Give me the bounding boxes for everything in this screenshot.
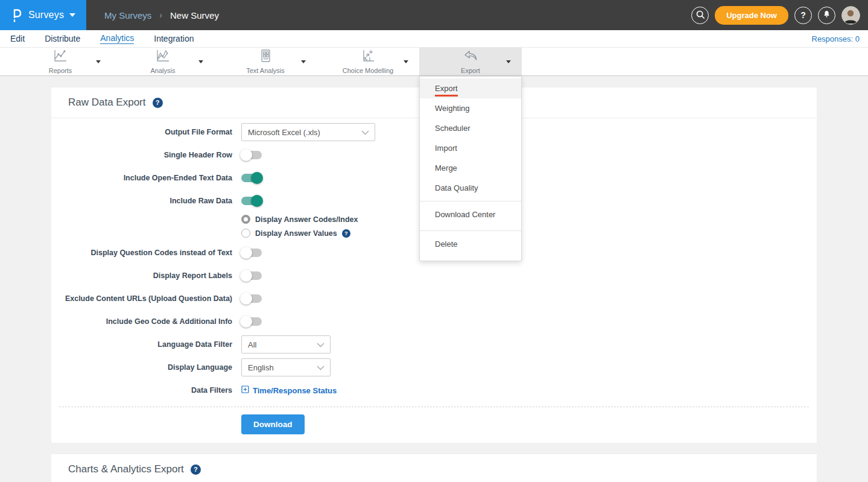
select-value: English — [248, 363, 274, 372]
breadcrumb-separator: › — [159, 10, 162, 20]
toggle-knob — [251, 172, 263, 184]
field-label: Display Question Codes instead of Text — [51, 249, 241, 257]
field-label: Include Raw Data — [51, 197, 241, 205]
data-filters-row: Data Filters Time/Response Status — [51, 381, 817, 399]
select-value: Microsoft Excel (.xls) — [248, 128, 320, 137]
tab-distribute[interactable]: Distribute — [45, 34, 80, 43]
geo-code-toggle[interactable] — [241, 317, 262, 326]
breadcrumb-my-surveys[interactable]: My Surveys — [104, 10, 151, 21]
tab-integration[interactable]: Integration — [154, 34, 194, 43]
radio-unselected-icon[interactable] — [241, 229, 250, 238]
report-labels-toggle[interactable] — [241, 271, 262, 280]
toggle-knob — [240, 270, 252, 282]
toolbar-item-choice-modelling[interactable]: Choice Modelling — [317, 48, 419, 75]
toolbar-label: Choice Modelling — [343, 67, 393, 74]
open-ended-toggle[interactable] — [241, 174, 262, 182]
questionpro-logo-icon — [11, 8, 23, 22]
chevron-down-icon — [317, 340, 325, 349]
chevron-down-icon — [69, 13, 75, 17]
export-arrow-icon — [462, 49, 479, 66]
exclude-urls-row: Exclude Content URLs (Upload Question Da… — [51, 290, 817, 308]
plus-square-icon — [241, 385, 249, 395]
field-label: Display Report Labels — [51, 271, 241, 280]
product-switcher[interactable]: Surveys — [0, 0, 86, 30]
help-button[interactable]: ? — [794, 7, 812, 24]
menu-item-weighting[interactable]: Weighting — [420, 98, 521, 118]
language-filter-select[interactable]: All — [241, 335, 331, 354]
document-grid-icon — [258, 49, 273, 66]
toolbar-label: Text Analysis — [246, 67, 285, 74]
question-codes-toggle[interactable] — [241, 249, 262, 257]
menu-item-download-center[interactable]: Download Center — [420, 201, 521, 227]
field-label: Include Open-Ended Text Data — [51, 174, 241, 182]
raw-data-toggle[interactable] — [241, 197, 262, 205]
chevron-down-icon[interactable] — [301, 60, 306, 63]
charts-analytics-export-header: Charts & Analytics Export ? — [51, 454, 817, 482]
answer-values-option[interactable]: Display Answer Values ? — [241, 229, 817, 238]
menu-item-data-quality[interactable]: Data Quality — [420, 178, 521, 198]
analytics-toolbar: Reports Analysis Text Analysis — [0, 47, 868, 76]
toggle-knob — [240, 247, 252, 259]
menu-item-scheduler[interactable]: Scheduler — [420, 118, 521, 138]
field-label: Single Header Row — [51, 151, 241, 159]
toolbar-label: Reports — [49, 67, 72, 74]
menu-item-merge[interactable]: Merge — [420, 158, 521, 178]
toggle-knob — [251, 195, 263, 207]
display-language-select[interactable]: English — [241, 358, 331, 376]
help-icon[interactable]: ? — [191, 465, 201, 475]
toolbar-item-analysis[interactable]: Analysis — [112, 48, 214, 75]
menu-item-delete[interactable]: Delete — [420, 230, 521, 257]
toolbar-item-reports[interactable]: Reports — [9, 48, 112, 75]
single-header-toggle[interactable] — [241, 151, 262, 159]
field-label: Display Language — [51, 363, 241, 372]
time-response-status-link[interactable]: Time/Response Status — [241, 385, 337, 395]
toolbar-label: Analysis — [151, 67, 176, 74]
section-title: Charts & Analytics Export — [68, 463, 184, 475]
chevron-down-icon — [361, 128, 369, 137]
upgrade-now-button[interactable]: Upgrade Now — [715, 6, 788, 25]
geo-code-row: Include Geo Code & Additional Info — [51, 312, 817, 331]
display-language-row: Display Language English — [51, 358, 817, 376]
field-label: Output File Format — [51, 128, 241, 136]
export-dropdown-menu: Export Weighting Scheduler Import Merge … — [419, 76, 522, 261]
tab-analytics[interactable]: Analytics — [100, 33, 134, 44]
toggle-knob — [240, 293, 252, 305]
answer-codes-option[interactable]: Display Answer Codes/Index — [241, 215, 817, 224]
breadcrumb: My Surveys › New Survey — [104, 10, 219, 21]
chevron-down-icon[interactable] — [198, 60, 203, 63]
user-avatar[interactable] — [841, 6, 860, 25]
topbar-actions: Upgrade Now ? — [691, 6, 868, 25]
chevron-down-icon[interactable] — [506, 60, 511, 63]
help-icon[interactable]: ? — [153, 98, 163, 108]
toggle-knob — [240, 316, 252, 328]
page-title: Raw Data Export — [68, 97, 146, 109]
tab-edit[interactable]: Edit — [10, 34, 25, 43]
charts-analytics-export-card: Charts & Analytics Export ? — [51, 454, 817, 482]
field-label: Include Geo Code & Additional Info — [51, 317, 241, 326]
chevron-down-icon[interactable] — [404, 60, 408, 63]
toggle-knob — [240, 149, 252, 161]
answer-display-radio-group: Display Answer Codes/Index Display Answe… — [241, 215, 817, 238]
help-icon[interactable]: ? — [342, 229, 350, 238]
radio-selected-icon[interactable] — [241, 215, 250, 224]
toolbar-item-export[interactable]: Export — [419, 48, 522, 75]
menu-item-export[interactable]: Export — [420, 78, 521, 98]
field-label: Language Data Filter — [51, 340, 241, 349]
search-button[interactable] — [691, 7, 709, 24]
chevron-down-icon — [317, 363, 325, 372]
top-bar: Surveys My Surveys › New Survey Upgrade … — [0, 0, 868, 30]
notifications-button[interactable] — [818, 7, 835, 24]
chevron-down-icon[interactable] — [96, 60, 101, 63]
report-labels-row: Display Report Labels — [51, 267, 817, 285]
toolbar-item-text-analysis[interactable]: Text Analysis — [214, 48, 317, 75]
menu-item-import[interactable]: Import — [420, 138, 521, 158]
download-button[interactable]: Download — [241, 414, 305, 434]
download-row: Download — [51, 407, 817, 443]
language-filter-row: Language Data Filter All — [51, 335, 817, 354]
output-format-select[interactable]: Microsoft Excel (.xls) — [241, 123, 375, 141]
product-name: Surveys — [28, 10, 64, 21]
field-label: Data Filters — [51, 386, 241, 395]
scatter-chart-icon — [360, 49, 376, 66]
field-label: Exclude Content URLs (Upload Question Da… — [51, 294, 241, 303]
exclude-urls-toggle[interactable] — [241, 294, 262, 303]
